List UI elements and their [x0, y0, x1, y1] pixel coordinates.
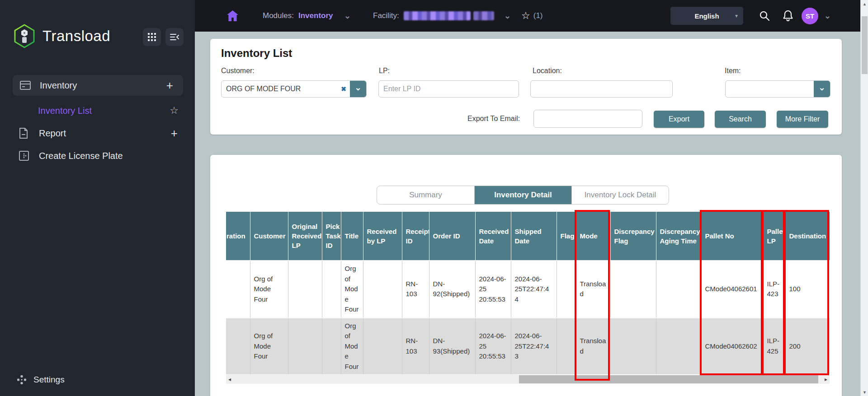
clear-icon[interactable]: ✖ [337, 85, 350, 93]
table-cell: RN-103 [402, 318, 429, 375]
sidebar-item-inventory-list[interactable]: Inventory List ☆ [0, 100, 195, 121]
facility-value-redacted [404, 11, 471, 20]
table-row: Org of Mode FourOrg of Mode FourRN-103DN… [226, 261, 830, 318]
column-header: Shipped Date [511, 212, 557, 261]
customer-select[interactable]: ORG OF MODE FOUR ✖ ⌄ [221, 80, 367, 98]
table-cell: RN-103 [402, 261, 429, 318]
item-select[interactable]: ⌄ [725, 80, 830, 98]
horizontal-scrollbar[interactable]: ◂ ▸ [226, 375, 830, 384]
table-cell [610, 318, 656, 375]
page-title: Inventory List [221, 47, 292, 60]
expand-plus-icon[interactable]: + [171, 126, 178, 140]
table-cell: Transload [576, 318, 610, 375]
apps-grid-button[interactable] [143, 28, 161, 46]
expand-plus-icon[interactable]: + [166, 79, 173, 93]
sidebar-collapse-button[interactable] [165, 28, 184, 46]
table-cell: ILP-425 [763, 318, 785, 375]
facility-chevron-down-icon[interactable]: ⌄ [504, 11, 511, 21]
table-cell: Org of Mode Four [250, 318, 288, 375]
search-icon [759, 10, 770, 21]
table-cell: ILP-423 [763, 261, 785, 318]
favorites-button[interactable]: ☆ (1) [521, 0, 543, 32]
table-cell [226, 318, 250, 375]
table-cell: 2024-06-25T22:47:44 [511, 261, 557, 318]
table-cell [557, 318, 576, 375]
search-button[interactable] [759, 0, 770, 32]
lp-input[interactable] [378, 80, 519, 98]
table-cell: 2024-06-25 20:55:53 [475, 261, 511, 318]
export-email-input[interactable] [533, 110, 642, 128]
table-cell: 200 [785, 318, 830, 375]
column-header: Received Date [475, 212, 511, 261]
column-header: Order ID [429, 212, 475, 261]
facility-value-redacted [473, 11, 494, 20]
column-header: Destination [785, 212, 830, 261]
inventory-table: rationCustomerOriginal Received LPPick T… [226, 212, 830, 374]
item-dropdown-button[interactable]: ⌄ [814, 80, 830, 98]
notifications-button[interactable] [783, 0, 793, 32]
table-cell: DN-93(Shipped) [429, 318, 475, 375]
table-cell [288, 318, 322, 375]
results-panel: SummaryInventory DetailInventory Lock De… [210, 155, 842, 396]
tab-summary[interactable]: Summary [377, 186, 474, 204]
table-cell: CMode04062601 [701, 261, 763, 318]
account-chevron-down-icon[interactable]: ⌄ [824, 11, 831, 21]
column-header: Receipt ID [402, 212, 429, 261]
column-header: Discrepancy Flag [610, 212, 656, 261]
column-header: ration [226, 212, 250, 261]
sidebar-item-settings[interactable]: Settings [0, 369, 195, 390]
column-header: Pick Task ID [322, 212, 341, 261]
table-cell: 2024-06-25T22:47:43 [511, 318, 557, 375]
sidebar-item-label: Report [39, 128, 66, 139]
customer-dropdown-button[interactable]: ⌄ [350, 80, 366, 98]
table-cell [557, 261, 576, 318]
table-cell [363, 318, 402, 375]
collapse-menu-icon [170, 33, 179, 41]
table-body: Org of Mode FourOrg of Mode FourRN-103DN… [226, 261, 830, 374]
scrollbar-thumb[interactable] [519, 375, 818, 383]
column-header: Title [341, 212, 363, 261]
column-header: Received by LP [363, 212, 402, 261]
favorite-star-icon[interactable]: ☆ [170, 105, 179, 116]
more-filter-button[interactable]: More Filter [777, 111, 828, 128]
chevron-down-icon: ⌄ [818, 83, 825, 93]
column-header: Discrepancy Aging Time [656, 212, 701, 261]
customer-value: ORG OF MODE FOUR [222, 85, 337, 93]
modules-chevron-down-icon[interactable]: ⌄ [344, 11, 351, 21]
favorites-count: (1) [533, 11, 543, 20]
report-file-icon [19, 128, 30, 139]
table-row: Org of Mode FourOrg of Mode FourRN-103DN… [226, 318, 830, 375]
sidebar-item-report[interactable]: Report + [0, 123, 195, 144]
table-cell: DN-92(Shipped) [429, 261, 475, 318]
scroll-right-arrow[interactable]: ▸ [822, 375, 830, 384]
brand-name: Transload [42, 28, 110, 45]
home-button[interactable] [226, 0, 239, 32]
avatar[interactable]: ST [802, 8, 818, 24]
scroll-down-arrow[interactable]: ▼ [861, 388, 868, 396]
sidebar-item-inventory[interactable]: Inventory + [13, 75, 183, 96]
modules-select[interactable]: Inventory [298, 0, 333, 32]
export-button[interactable]: Export [654, 111, 704, 128]
sidebar-item-label: Inventory List [38, 106, 92, 116]
tab-inventory-detail[interactable]: Inventory Detail [474, 186, 571, 204]
search-filter-button[interactable]: Search [715, 111, 766, 128]
scrollbar-thumb[interactable] [862, 16, 868, 74]
tab-group: SummaryInventory DetailInventory Lock De… [377, 186, 669, 205]
location-input[interactable] [530, 80, 673, 98]
star-icon: ☆ [521, 10, 530, 22]
license-plate-icon [19, 151, 30, 161]
facility-select[interactable] [404, 0, 494, 32]
customer-label: Customer: [221, 67, 255, 75]
scroll-left-arrow[interactable]: ◂ [226, 375, 233, 384]
language-select[interactable]: English ▾ [670, 7, 743, 25]
module-value: Inventory [298, 11, 333, 20]
page-scrollbar[interactable]: ▲ ▼ [860, 0, 868, 396]
transload-logo-icon [14, 24, 35, 48]
language-caret-icon: ▾ [735, 13, 738, 19]
main-content: Inventory List Customer: ORG OF MODE FOU… [195, 32, 860, 396]
scroll-up-arrow[interactable]: ▲ [861, 0, 868, 8]
sidebar-item-create-license-plate[interactable]: Create License Plate [0, 145, 195, 166]
grid-icon [148, 33, 156, 41]
settings-icon [17, 375, 28, 384]
tab-inventory-lock-detail[interactable]: Inventory Lock Detail [571, 186, 669, 204]
